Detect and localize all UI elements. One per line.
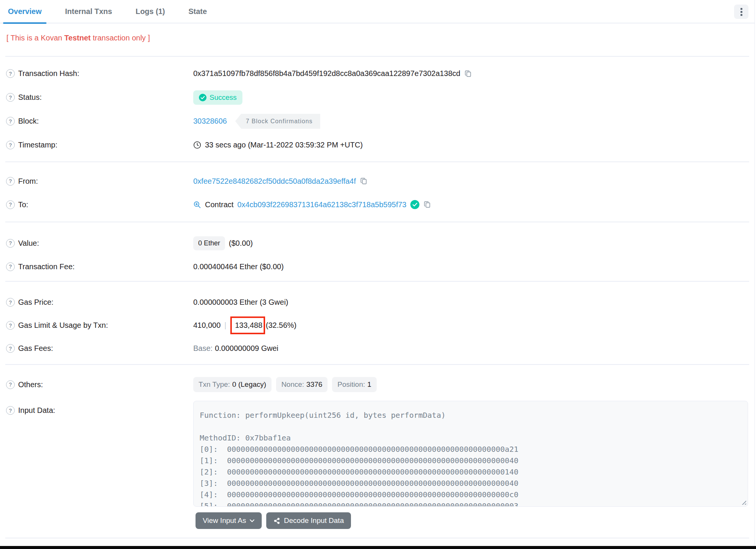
help-icon[interactable] xyxy=(6,177,15,186)
to-contract-word: Contract xyxy=(205,200,234,209)
from-address-link[interactable]: 0xfee7522e8482682cf50ddc50a0f8da2a39effa… xyxy=(193,177,356,186)
section-value-fee: Value: 0 Ether ($0.00) Transaction Fee: … xyxy=(0,222,754,281)
copy-icon[interactable] xyxy=(423,200,432,209)
section-gas: Gas Price: 0.000000003 Ether (3 Gwei) Ga… xyxy=(0,282,754,364)
help-icon[interactable] xyxy=(6,406,15,415)
verified-check-icon xyxy=(410,200,419,209)
status-label: Status: xyxy=(18,93,42,102)
help-icon[interactable] xyxy=(6,93,15,102)
row-input-data: Input Data: Function: performUpkeep(uint… xyxy=(6,401,748,507)
position-value: 1 xyxy=(367,380,371,389)
value-label: Value: xyxy=(18,239,39,248)
annotation-red-box: 133,488 xyxy=(230,316,265,334)
gas-price-label: Gas Price: xyxy=(18,298,53,307)
tab-state[interactable]: State xyxy=(185,0,210,23)
position-badge: Position: 1 xyxy=(332,377,376,392)
notice-testnet: Testnet xyxy=(64,34,91,42)
help-icon[interactable] xyxy=(6,380,15,389)
tab-overview[interactable]: Overview xyxy=(5,0,45,23)
base-fee-label: Base: xyxy=(193,344,213,353)
section-from-to: From: 0xfee7522e8482682cf50ddc50a0f8da2a… xyxy=(0,162,754,222)
gas-limit-usage-label: Gas Limit & Usage by Txn: xyxy=(18,321,108,330)
decode-input-data-button[interactable]: Decode Input Data xyxy=(266,512,351,529)
base-fee-value: 0.000000009 Gwei xyxy=(215,344,278,353)
row-transaction-fee: Transaction Fee: 0.000400464 Ether ($0.0… xyxy=(6,255,748,278)
input-data-box[interactable]: Function: performUpkeep(uint256 id, byte… xyxy=(193,401,748,507)
txn-type-value: 0 (Legacy) xyxy=(232,380,266,389)
row-transaction-hash: Transaction Hash: 0x371a51097fb78df856f8… xyxy=(6,62,748,85)
position-label: Position: xyxy=(337,380,365,389)
row-value: Value: 0 Ether ($0.00) xyxy=(6,231,748,255)
input-function-line: Function: performUpkeep(uint256 id, byte… xyxy=(200,409,740,421)
zoom-in-icon[interactable] xyxy=(193,201,201,209)
section-others-input: Others: Txn Type: 0 (Legacy) Nonce: 3376… xyxy=(0,365,754,538)
to-address-link[interactable]: 0x4cb093f226983713164a62138c3f718a5b595f… xyxy=(238,200,407,209)
view-input-as-button[interactable]: View Input As xyxy=(196,512,262,529)
notice-suffix: transaction only ] xyxy=(91,34,150,42)
gas-used-value: 133,488 xyxy=(235,321,262,329)
tab-logs[interactable]: Logs (1) xyxy=(132,0,168,23)
transaction-hash-label: Transaction Hash: xyxy=(18,69,79,78)
input-hex-line-2: [2]: 00000000000000000000000000000000000… xyxy=(200,466,740,478)
to-label: To: xyxy=(18,200,28,209)
ether-value-badge: 0 Ether xyxy=(193,236,225,250)
input-methodid-line: MethodID: 0x7bbaf1ea xyxy=(200,432,740,444)
help-icon[interactable] xyxy=(6,141,15,149)
from-label: From: xyxy=(18,177,38,186)
transaction-detail-page: Overview Internal Txns Logs (1) State [ … xyxy=(0,0,755,549)
testnet-notice: [ This is a Kovan Testnet transaction on… xyxy=(0,23,754,56)
input-data-label: Input Data: xyxy=(18,406,55,415)
row-from: From: 0xfee7522e8482682cf50ddc50a0f8da2a… xyxy=(6,169,748,193)
gas-price-value: 0.000000003 Ether (3 Gwei) xyxy=(193,298,288,307)
row-to: To: Contract 0x4cb093f226983713164a62138… xyxy=(6,193,748,216)
timestamp-label: Timestamp: xyxy=(18,141,57,149)
help-icon[interactable] xyxy=(6,239,15,248)
decode-input-data-label: Decode Input Data xyxy=(284,516,344,525)
kebab-icon xyxy=(740,8,742,16)
help-icon[interactable] xyxy=(6,117,15,126)
row-gas-fees: Gas Fees: Base: 0.000000009 Gwei xyxy=(6,337,748,360)
txn-type-label: Txn Type: xyxy=(199,380,230,389)
row-timestamp: Timestamp: 33 secs ago (Mar-11-2022 03:5… xyxy=(6,133,748,157)
notice-prefix: [ This is a Kovan xyxy=(6,34,64,42)
help-icon[interactable] xyxy=(6,344,15,353)
help-icon[interactable] xyxy=(6,262,15,271)
row-block: Block: 30328606 7 Block Confirmations xyxy=(6,109,748,133)
input-actions: View Input As Decode Input Data xyxy=(196,512,748,529)
help-icon[interactable] xyxy=(6,69,15,78)
separator-bar: | xyxy=(220,321,230,330)
decode-icon xyxy=(273,517,281,524)
gas-limit-value: 410,000 xyxy=(193,321,220,330)
more-options-button[interactable] xyxy=(734,5,748,19)
status-badge: Success xyxy=(193,90,242,105)
input-hex-line-4: [4]: 00000000000000000000000000000000000… xyxy=(200,489,740,500)
nonce-label: Nonce: xyxy=(281,380,304,389)
nonce-value: 3376 xyxy=(306,380,322,389)
view-input-as-label: View Input As xyxy=(203,516,246,525)
timestamp-value: 33 secs ago (Mar-11-2022 03:59:32 PM +UT… xyxy=(205,141,363,149)
txn-type-badge: Txn Type: 0 (Legacy) xyxy=(193,377,272,392)
copy-icon[interactable] xyxy=(464,70,472,78)
resize-grip[interactable] xyxy=(740,499,746,505)
clock-icon xyxy=(193,141,201,149)
status-badge-text: Success xyxy=(210,93,237,102)
copy-icon[interactable] xyxy=(360,177,368,185)
block-label: Block: xyxy=(18,117,39,126)
input-hex-line-1: [1]: 00000000000000000000000000000000000… xyxy=(200,455,740,466)
tabs-bar: Overview Internal Txns Logs (1) State xyxy=(0,0,754,23)
input-hex-line-5: [5]: 00000000000000000000000000000000000… xyxy=(200,500,740,507)
help-icon[interactable] xyxy=(6,200,15,209)
check-circle-icon xyxy=(199,94,206,101)
usd-value: ($0.00) xyxy=(229,239,253,248)
chevron-down-icon xyxy=(250,519,255,523)
help-icon[interactable] xyxy=(6,298,15,307)
block-confirmations-badge: 7 Block Confirmations xyxy=(235,114,320,129)
bottom-dark-bar xyxy=(0,546,756,549)
input-hex-line-0: [0]: 00000000000000000000000000000000000… xyxy=(200,444,740,455)
tab-internal-txns[interactable]: Internal Txns xyxy=(62,0,115,23)
input-hex-line-3: [3]: 00000000000000000000000000000000000… xyxy=(200,478,740,489)
help-icon[interactable] xyxy=(6,321,15,330)
block-number-link[interactable]: 30328606 xyxy=(193,117,227,126)
row-status: Status: Success xyxy=(6,85,748,109)
row-others: Others: Txn Type: 0 (Legacy) Nonce: 3376… xyxy=(6,373,748,396)
